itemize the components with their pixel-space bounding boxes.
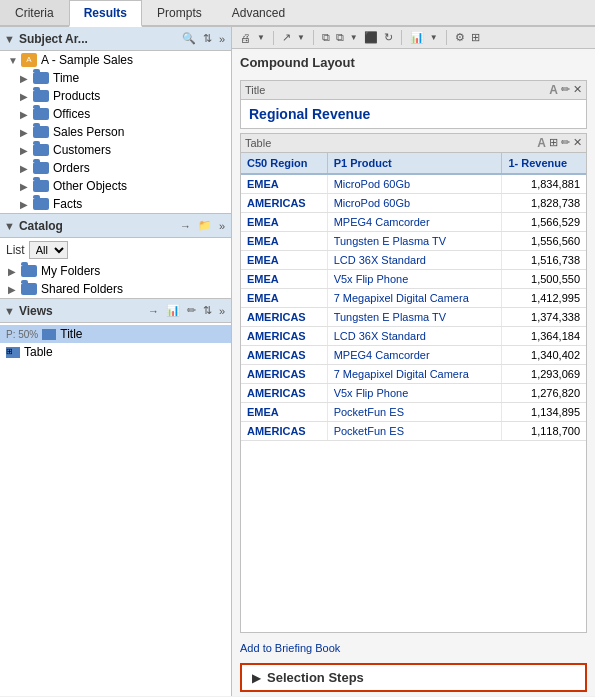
view-item-table[interactable]: ⊞ Table [0, 343, 231, 361]
views-chart-icon[interactable]: 📊 [164, 303, 182, 318]
view-label-table: Table [24, 345, 53, 359]
copy-icon[interactable]: ⧉ [320, 30, 332, 45]
chart-arrow-icon[interactable]: ▼ [428, 32, 440, 43]
bar-chart-icon[interactable]: 📊 [408, 30, 426, 45]
tree-item-time[interactable]: ▶ Time [0, 69, 231, 87]
title-edit-icon[interactable]: ✏ [561, 83, 570, 97]
tab-criteria[interactable]: Criteria [0, 0, 69, 25]
tree-item-customers[interactable]: ▶ Customers [0, 141, 231, 159]
catalog-expand-icon[interactable]: » [217, 219, 227, 233]
table-text-icon[interactable]: A [537, 136, 546, 150]
my-folders-item[interactable]: ▶ My Folders [0, 262, 231, 280]
cell-product: MicroPod 60Gb [327, 174, 502, 194]
view-item-title[interactable]: P: 50% Title [0, 325, 231, 343]
chart-group: 📊 ▼ [408, 30, 447, 45]
views-reorder-icon[interactable]: ⇅ [201, 303, 214, 318]
view-label-title: Title [60, 327, 82, 341]
main-layout: ▼ Subject Ar... 🔍 ⇅ » ▼ A A - Sample Sal… [0, 27, 595, 696]
cell-revenue: 1,828,738 [502, 194, 586, 213]
catalog-header[interactable]: ▼ Catalog → 📁 » [0, 214, 231, 238]
search-icon[interactable]: 🔍 [180, 31, 198, 46]
table-row: EMEA LCD 36X Standard 1,516,738 [241, 251, 586, 270]
views-header[interactable]: ▼ Views → 📊 ✏ ⇅ » [0, 299, 231, 323]
tree-item-facts[interactable]: ▶ Facts [0, 195, 231, 213]
subject-area-section: ▼ Subject Ar... 🔍 ⇅ » ▼ A A - Sample Sal… [0, 27, 231, 214]
tree-label-customers: Customers [53, 143, 111, 157]
title-card-label: Title [245, 84, 265, 96]
shared-folders-item[interactable]: ▶ Shared Folders [0, 280, 231, 298]
views-expand-icon[interactable]: » [217, 304, 227, 318]
title-view-icon [42, 329, 56, 340]
tree-item-offices[interactable]: ▶ Offices [0, 105, 231, 123]
table-header-row: C50 Region P1 Product 1- Revenue [241, 153, 586, 174]
cell-region: AMERICAS [241, 327, 327, 346]
tab-results[interactable]: Results [69, 0, 142, 27]
views-title: Views [19, 304, 146, 318]
tree-item-sales-person[interactable]: ▶ Sales Person [0, 123, 231, 141]
title-text-icon[interactable]: A [549, 83, 558, 97]
table-view-icon: ⊞ [6, 347, 20, 358]
cell-product: Tungsten E Plasma TV [327, 232, 502, 251]
tab-prompts[interactable]: Prompts [142, 0, 217, 25]
subject-area-header[interactable]: ▼ Subject Ar... 🔍 ⇅ » [0, 27, 231, 51]
title-close-icon[interactable]: ✕ [573, 83, 582, 97]
tree-item-orders[interactable]: ▶ Orders [0, 159, 231, 177]
cell-revenue: 1,556,560 [502, 232, 586, 251]
print-arrow-icon[interactable]: ▼ [255, 32, 267, 43]
table-row: AMERICAS MPEG4 Camcorder 1,340,402 [241, 346, 586, 365]
tree-root-label: A - Sample Sales [41, 53, 133, 67]
tree-label-orders: Orders [53, 161, 90, 175]
views-add-icon[interactable]: → [146, 304, 161, 318]
cell-region: EMEA [241, 403, 327, 422]
table-row: AMERICAS LCD 36X Standard 1,364,184 [241, 327, 586, 346]
grid-icon[interactable]: ⊞ [469, 30, 482, 45]
col-header-revenue[interactable]: 1- Revenue [502, 153, 586, 174]
export-icon[interactable]: ↗ [280, 30, 293, 45]
folder-myfolder-icon [21, 265, 37, 277]
catalog-list-select[interactable]: All [29, 241, 68, 259]
add-briefing-link[interactable]: Add to Briefing Book [240, 642, 340, 654]
compound-area: Title A ✏ ✕ Regional Revenue Table A ⊞ [232, 76, 595, 637]
cell-revenue: 1,276,820 [502, 384, 586, 403]
table-grid-icon[interactable]: ⊞ [549, 136, 558, 150]
tree-item-products[interactable]: ▶ Products [0, 87, 231, 105]
cell-revenue: 1,516,738 [502, 251, 586, 270]
data-table: C50 Region P1 Product 1- Revenue EMEA Mi… [241, 153, 586, 441]
cell-product: MicroPod 60Gb [327, 194, 502, 213]
col-header-product[interactable]: P1 Product [327, 153, 502, 174]
copy2-icon[interactable]: ⧉ [334, 30, 346, 45]
sort-icon[interactable]: ⇅ [201, 31, 214, 46]
tree-label-time: Time [53, 71, 79, 85]
subject-icon: A [21, 53, 37, 67]
settings-icon[interactable]: ⚙ [453, 30, 467, 45]
views-edit-icon[interactable]: ✏ [185, 303, 198, 318]
cell-revenue: 1,374,338 [502, 308, 586, 327]
back-icon[interactable]: ⬛ [362, 30, 380, 45]
table-edit-icon[interactable]: ✏ [561, 136, 570, 150]
expand-all-icon[interactable]: » [217, 32, 227, 46]
tree-item-other-objects[interactable]: ▶ Other Objects [0, 177, 231, 195]
cell-revenue: 1,340,402 [502, 346, 586, 365]
cell-region: EMEA [241, 232, 327, 251]
catalog-goto-icon[interactable]: → [178, 219, 193, 233]
selection-steps-panel[interactable]: ▶ Selection Steps [240, 663, 587, 692]
table-card: Table A ⊞ ✏ ✕ C50 Region P1 Product [240, 133, 587, 633]
col-header-region[interactable]: C50 Region [241, 153, 327, 174]
refresh-icon[interactable]: ↻ [382, 30, 395, 45]
folder-sharedfolder-icon [21, 283, 37, 295]
export-group: ↗ ▼ [280, 30, 314, 45]
cell-region: EMEA [241, 174, 327, 194]
catalog-icons: → 📁 » [178, 218, 227, 233]
export-arrow-icon[interactable]: ▼ [295, 32, 307, 43]
table-content[interactable]: C50 Region P1 Product 1- Revenue EMEA Mi… [241, 153, 586, 632]
tab-advanced[interactable]: Advanced [217, 0, 300, 25]
expand-facts-icon: ▶ [20, 199, 30, 210]
print-icon[interactable]: 🖨 [238, 31, 253, 45]
table-row: EMEA MPEG4 Camcorder 1,566,529 [241, 213, 586, 232]
print-group: 🖨 ▼ [238, 31, 274, 45]
tree-root[interactable]: ▼ A A - Sample Sales [0, 51, 231, 69]
catalog-folder-icon[interactable]: 📁 [196, 218, 214, 233]
table-close-icon[interactable]: ✕ [573, 136, 582, 150]
copy2-arrow-icon[interactable]: ▼ [348, 32, 360, 43]
table-row: EMEA Tungsten E Plasma TV 1,556,560 [241, 232, 586, 251]
